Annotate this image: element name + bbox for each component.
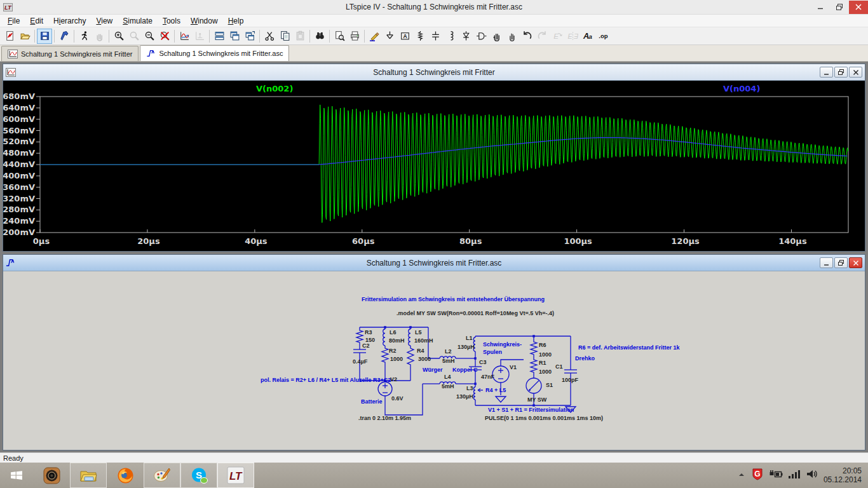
toolbar-tile-horizontal-button[interactable] xyxy=(212,29,227,44)
y-axis-label: 240mV xyxy=(3,216,35,226)
toolbar: AEEƎAa.op xyxy=(0,27,868,45)
gdata-antivirus-icon[interactable]: G xyxy=(751,468,764,483)
toolbar-place-label-button[interactable]: A xyxy=(397,29,412,44)
schematic-wire xyxy=(474,387,476,400)
waveform-minimize-button[interactable] xyxy=(820,67,833,78)
schematic-comment: Batterie xyxy=(361,398,383,405)
schematic-minimize-button[interactable] xyxy=(820,257,833,268)
component-label: 3000 xyxy=(418,356,431,362)
toolbar-zoom-in-button[interactable] xyxy=(111,29,126,44)
toolbar-copy-button[interactable] xyxy=(277,29,292,44)
toolbar-control-panel-button[interactable] xyxy=(57,29,72,44)
toolbar-run-button[interactable] xyxy=(76,29,92,44)
taskbar: S LT G 20:05 05.12.2014 xyxy=(0,463,868,488)
junction-dot xyxy=(474,357,477,360)
network-signal-icon[interactable] xyxy=(788,469,801,482)
toolbar-new-schematic-button[interactable] xyxy=(2,29,17,44)
toolbar-draw-wire-button[interactable] xyxy=(367,29,382,44)
schematic-wire xyxy=(407,347,414,366)
waveform-window-titlebar[interactable]: Schaltung 1 Schwingkreis mit Fritter xyxy=(3,64,865,81)
app-minimize-button[interactable] xyxy=(811,1,830,14)
toolbar-drag-button[interactable] xyxy=(504,29,519,44)
toolbar-plot-settings-button[interactable] xyxy=(177,29,192,44)
toolbar-move-button[interactable] xyxy=(489,29,504,44)
toolbar-place-diode-button[interactable] xyxy=(458,29,473,44)
taskbar-paint[interactable] xyxy=(144,463,180,488)
toolbar-separator xyxy=(209,30,210,43)
menu-hierarchy[interactable]: Hierarchy xyxy=(48,15,91,27)
menu-help[interactable]: Help xyxy=(223,15,249,27)
waveform-plot-area[interactable]: V(n002)V(n004)680mV640mV600mV560mV520mV4… xyxy=(3,81,865,251)
toolbar-print-preview-button[interactable] xyxy=(332,29,347,44)
taskbar-audio-player[interactable] xyxy=(33,463,70,488)
paint-icon xyxy=(153,467,171,484)
schematic-restore-button[interactable] xyxy=(834,257,848,268)
toolbar-print-button[interactable] xyxy=(347,29,362,44)
menu-edit[interactable]: Edit xyxy=(25,15,48,27)
waveform-restore-button[interactable] xyxy=(834,67,848,78)
tray-expand-icon[interactable] xyxy=(737,470,746,481)
rotate-icon: E xyxy=(552,30,563,41)
toolbar-place-text-button[interactable]: Aa xyxy=(580,29,595,44)
toolbar-place-component-button[interactable] xyxy=(473,29,489,44)
menu-window[interactable]: Window xyxy=(186,15,223,27)
schematic-close-button[interactable] xyxy=(849,257,862,268)
schematic-window-titlebar[interactable]: Schaltung 1 Schwingkreis mit Fritter.asc xyxy=(3,255,865,271)
taskbar-firefox[interactable] xyxy=(107,463,144,488)
menu-simulate[interactable]: Simulate xyxy=(118,15,158,27)
plot-settings-icon xyxy=(179,30,190,41)
toolbar-place-ground-button[interactable] xyxy=(382,29,397,44)
waveform-close-button[interactable] xyxy=(849,67,862,78)
drag-icon xyxy=(506,30,517,41)
toolbar-cascade-windows-button[interactable] xyxy=(242,29,257,44)
app-close-button[interactable] xyxy=(849,1,868,14)
spice-directive-text: .tran 0 2.10m 1.95m xyxy=(358,415,411,421)
volume-icon[interactable] xyxy=(806,468,818,482)
tile-horizontal-icon xyxy=(214,30,225,41)
zoom-in-icon xyxy=(114,30,125,41)
toolbar-open-file-button[interactable] xyxy=(17,29,32,44)
taskbar-file-explorer[interactable] xyxy=(70,463,107,488)
toolbar-cut-button[interactable] xyxy=(262,29,277,44)
toolbar-place-inductor-button[interactable] xyxy=(443,29,458,44)
tab-schematic[interactable]: Schaltung 1 Schwingkreis mit Fritter.asc xyxy=(140,45,289,61)
x-axis-label: 80µs xyxy=(459,236,482,246)
junction-dot xyxy=(474,383,477,385)
toolbar-zoom-out-button[interactable] xyxy=(142,29,157,44)
menu-file[interactable]: File xyxy=(3,15,25,27)
y-axis-label: 200mV xyxy=(3,227,35,237)
tab-waveform-label: Schaltung 1 Schwingkreis mit Fritter xyxy=(21,50,132,58)
toolbar-spice-directive-button[interactable]: .op xyxy=(595,29,611,44)
x-axis-label: 60µs xyxy=(352,236,375,246)
menu-tools[interactable]: Tools xyxy=(158,15,186,27)
tab-waveform[interactable]: Schaltung 1 Schwingkreis mit Fritter xyxy=(1,46,139,61)
schematic-comment: Spulen xyxy=(483,349,502,355)
ltspice-app-icon: LT xyxy=(3,2,15,12)
taskbar-skype[interactable]: S xyxy=(180,463,217,488)
component-label: 5mH xyxy=(442,358,455,364)
toolbar-place-capacitor-button[interactable] xyxy=(428,29,443,44)
toolbar-tile-vertical-button[interactable] xyxy=(227,29,242,44)
toolbar-find-button[interactable] xyxy=(312,29,327,44)
toolbar-zoom-full-extents-button[interactable] xyxy=(157,29,172,44)
toolbar-undo-button[interactable] xyxy=(519,29,534,44)
taskbar-ltspice[interactable]: LT xyxy=(217,463,254,488)
menu-view[interactable]: View xyxy=(91,15,118,27)
component-label: R2 xyxy=(389,348,397,354)
toolbar-place-resistor-button[interactable] xyxy=(412,29,428,44)
component-label: 5mH xyxy=(442,383,454,390)
component-label: L1 xyxy=(466,335,473,341)
new-schematic-icon xyxy=(4,30,15,41)
toolbar-separator xyxy=(364,30,365,43)
start-button[interactable] xyxy=(0,463,33,488)
place-inductor-icon xyxy=(445,30,456,41)
app-restore-button[interactable] xyxy=(830,1,849,14)
component-label: 47nF xyxy=(481,374,495,380)
toolbar-save-button[interactable] xyxy=(37,29,52,44)
taskbar-clock[interactable]: 20:05 05.12.2014 xyxy=(824,466,862,484)
junction-dot xyxy=(409,326,412,329)
power-icon[interactable] xyxy=(769,469,783,482)
schematic-canvas[interactable]: Frittersimulation am Schwingkreis mit en… xyxy=(3,271,865,450)
x-axis-label: 20µs xyxy=(137,236,160,246)
toolbar-paste-button xyxy=(292,29,308,44)
